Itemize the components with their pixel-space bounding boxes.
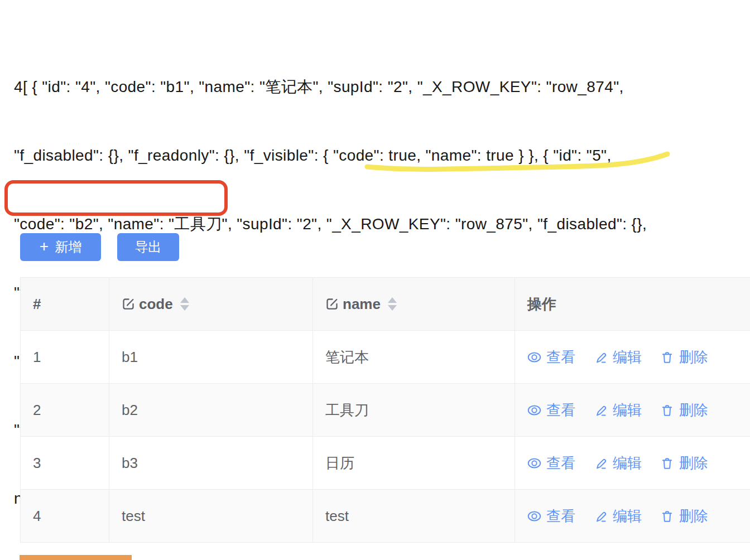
sort-desc-icon[interactable] — [388, 305, 397, 311]
add-button[interactable]: + 新增 — [20, 233, 101, 261]
view-link[interactable]: 查看 — [527, 453, 575, 473]
row-name: 笔记本 — [325, 347, 369, 367]
sort-desc-icon[interactable] — [180, 305, 189, 311]
cell-seq: 1 — [21, 331, 109, 383]
cell-actions: 查看 编辑 删除 — [515, 437, 750, 489]
view-link-label: 查看 — [546, 400, 575, 420]
cell-seq: 3 — [21, 437, 109, 489]
export-button[interactable]: 导出 — [117, 233, 179, 261]
cell-code: b2 — [109, 384, 313, 436]
header-code[interactable]: code — [109, 278, 313, 330]
edit-pen-icon — [594, 350, 608, 364]
cell-name: 日历 — [313, 437, 515, 489]
trash-icon — [660, 350, 674, 364]
trash-icon — [660, 403, 674, 417]
row-actions: 查看 编辑 删除 — [527, 506, 708, 526]
delete-link[interactable]: 删除 — [660, 400, 708, 420]
delete-link-label: 删除 — [679, 453, 708, 473]
header-seq: # — [21, 278, 109, 330]
edit-pen-icon — [594, 456, 608, 470]
view-link[interactable]: 查看 — [527, 400, 575, 420]
edit-pen-icon — [594, 509, 608, 523]
trash-icon — [660, 509, 674, 523]
trash-icon — [660, 456, 674, 470]
edit-link-label: 编辑 — [613, 453, 642, 473]
sort-asc-icon[interactable] — [180, 297, 189, 303]
edit-link-label: 编辑 — [613, 347, 642, 367]
sort-asc-icon[interactable] — [388, 297, 397, 303]
cell-name: 笔记本 — [313, 331, 515, 383]
row-actions: 查看 编辑 删除 — [527, 347, 708, 367]
view-link[interactable]: 查看 — [527, 506, 575, 526]
view-link-label: 查看 — [546, 453, 575, 473]
cell-name: 工具刀 — [313, 384, 515, 436]
cell-code: b3 — [109, 437, 313, 489]
sort-carets[interactable] — [180, 297, 189, 311]
cell-actions: 查看 编辑 删除 — [515, 490, 750, 542]
delete-link[interactable]: 删除 — [660, 453, 708, 473]
edit-link-label: 编辑 — [613, 506, 642, 526]
row-seq: 2 — [33, 402, 41, 419]
view-link-label: 查看 — [546, 506, 575, 526]
edit-link[interactable]: 编辑 — [594, 400, 642, 420]
export-button-label: 导出 — [135, 238, 162, 256]
json-line: 4[ { "id": "4", "code": "b1", "name": "笔… — [14, 75, 653, 98]
view-link-label: 查看 — [546, 347, 575, 367]
edit-link-label: 编辑 — [613, 400, 642, 420]
row-code: b3 — [122, 455, 138, 472]
header-name[interactable]: name — [313, 278, 515, 330]
cell-code: b1 — [109, 331, 313, 383]
edit-column-icon — [325, 297, 339, 311]
row-name: 日历 — [325, 453, 354, 473]
cell-code: test — [109, 490, 313, 542]
delete-link[interactable]: 删除 — [660, 347, 708, 367]
row-name: test — [325, 508, 349, 525]
delete-link[interactable]: 删除 — [660, 506, 708, 526]
orange-highlight: __operate_type — [20, 555, 131, 560]
table-row: 1 b1 笔记本 查看 编辑 — [21, 331, 750, 384]
table-row: 2 b2 工具刀 查看 编辑 — [21, 384, 750, 437]
add-button-label: 新增 — [55, 238, 81, 256]
eye-icon — [527, 403, 541, 417]
json-line-operate-type: "__operate_type": "add", "_X_ROW_KEY": "… — [14, 556, 653, 560]
cell-seq: 2 — [21, 384, 109, 436]
cell-seq: 4 — [21, 490, 109, 542]
eye-icon — [527, 456, 541, 470]
row-code: b1 — [122, 349, 138, 366]
row-name: 工具刀 — [325, 400, 369, 420]
header-actions: 操作 — [515, 278, 750, 330]
cell-actions: 查看 编辑 删除 — [515, 384, 750, 436]
edit-link[interactable]: 编辑 — [594, 453, 642, 473]
table-header-row: # code name — [21, 278, 750, 331]
row-code: b2 — [122, 402, 138, 419]
eye-icon — [527, 350, 541, 364]
row-actions: 查看 编辑 删除 — [527, 453, 708, 473]
delete-link-label: 删除 — [679, 400, 708, 420]
view-link[interactable]: 查看 — [527, 347, 575, 367]
plus-icon: + — [40, 239, 49, 254]
edit-pen-icon — [594, 403, 608, 417]
row-seq: 4 — [33, 508, 41, 525]
delete-link-label: 删除 — [679, 506, 708, 526]
json-line: "code": "b2", "name": "工具刀", "supId": "2… — [14, 213, 653, 235]
toolbar: + 新增 导出 — [20, 233, 179, 261]
table-body: 1 b1 笔记本 查看 编辑 — [21, 331, 750, 543]
eye-icon — [527, 509, 541, 523]
json-line: "f_disabled": {}, "f_readonly": {}, "f_v… — [14, 144, 653, 167]
header-actions-label: 操作 — [527, 295, 556, 314]
row-code: test — [122, 508, 145, 525]
header-seq-label: # — [33, 296, 41, 313]
edit-link[interactable]: 编辑 — [594, 347, 642, 367]
cell-name: test — [313, 490, 515, 542]
table-row: 4 test test 查看 编辑 — [21, 490, 750, 543]
data-table: # code name — [20, 277, 750, 543]
cell-actions: 查看 编辑 删除 — [515, 331, 750, 383]
edit-column-icon — [122, 297, 135, 311]
row-seq: 1 — [33, 349, 41, 366]
delete-link-label: 删除 — [679, 347, 708, 367]
table-row: 3 b3 日历 查看 编辑 — [21, 437, 750, 490]
edit-link[interactable]: 编辑 — [594, 506, 642, 526]
header-code-label: code — [139, 296, 173, 313]
sort-carets[interactable] — [388, 297, 397, 311]
row-actions: 查看 编辑 删除 — [527, 400, 708, 420]
